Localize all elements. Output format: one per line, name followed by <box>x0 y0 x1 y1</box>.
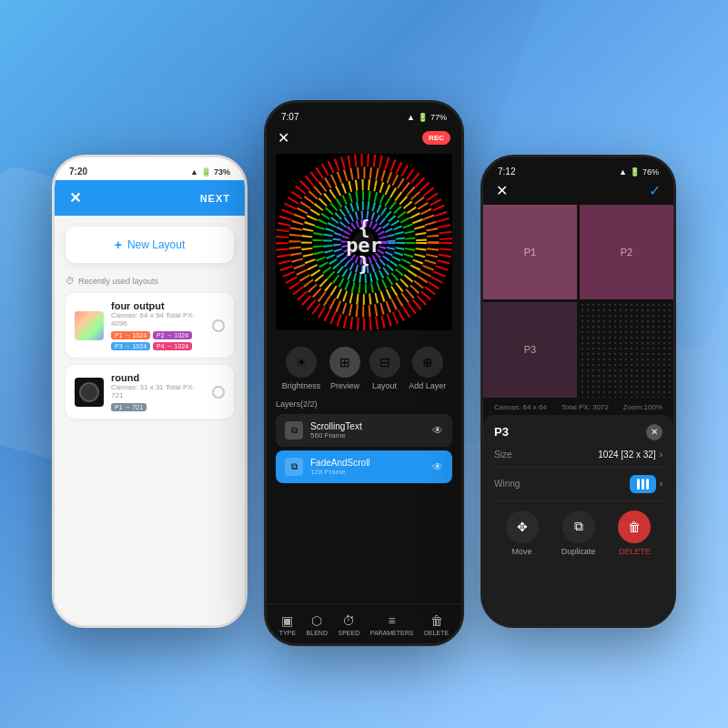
parameters-icon: ≡ <box>389 613 396 628</box>
layout-meta-round: Canvas: 31 x 31 Total PX: 721 <box>111 383 205 399</box>
tag-p1-round: P1 → 721 <box>111 403 147 411</box>
size-chevron-icon: › <box>660 450 662 460</box>
duplicate-icon: ⧉ <box>562 511 595 543</box>
tag-p4: P4 → 1024 <box>153 342 192 350</box>
tab-type[interactable]: ▣ TYPE <box>279 613 296 636</box>
phone-3-screen: 7:12 ▲ 🔋 76% ✕ ✓ P1 P2 <box>483 157 673 625</box>
phone-1-screen: 7:20 ▲ 🔋 73% ✕ NEXT + New Layout <box>55 157 245 625</box>
layout-item-four-output[interactable]: four output Canvas: 64 x 94 Total PX: 40… <box>66 293 234 358</box>
layer-name-2: FadeAndScroll <box>310 458 425 468</box>
wiring-label: Wiring <box>494 479 520 489</box>
layout-control[interactable]: ⊟ Layout <box>369 347 400 390</box>
led-canvas: { per } <box>276 154 452 330</box>
layout-radio-four[interactable] <box>212 319 225 332</box>
panel-p4[interactable] <box>580 302 673 397</box>
wiring-bar-1 <box>637 479 640 490</box>
tag-p2: P2 → 1024 <box>153 331 192 339</box>
size-value[interactable]: 1024 [32 x 32] › <box>598 450 662 460</box>
phone-1-status-icons: ▲ 🔋 73% <box>190 167 230 177</box>
move-action[interactable]: ✥ Move <box>506 511 539 556</box>
p3-actions: ✥ Move ⧉ Duplicate 🗑 DELETE <box>494 511 662 556</box>
brightness-label: Brightness <box>282 381 321 390</box>
delete-action[interactable]: 🗑 DELETE <box>618 511 651 556</box>
tab-blend[interactable]: ⬡ BLEND <box>307 613 328 636</box>
p3-wiring-row: Wiring › <box>494 475 662 501</box>
layers-title: Layers(2/2) <box>276 399 452 409</box>
add-layer-label: Add Layer <box>409 381 446 390</box>
delete-icon-3: 🗑 <box>618 511 651 543</box>
layer-info-2: FadeAndScroll 128 Frame <box>310 458 425 476</box>
p3-close-btn[interactable]: ✕ <box>646 424 662 440</box>
phone-1-next-btn[interactable]: NEXT <box>200 193 230 204</box>
phone-2-battery: 77% <box>430 113 447 122</box>
layer-sub-2: 128 Frame <box>310 468 425 476</box>
recently-used-label: ⏱ Recently used layouts <box>66 276 234 286</box>
phone-3: 7:12 ▲ 🔋 76% ✕ ✓ P1 P2 <box>480 155 676 628</box>
layout-radio-round[interactable] <box>212 386 225 399</box>
wiring-value[interactable]: › <box>630 475 662 493</box>
layers-section: Layers(2/2) ⧉ ScrollingText 560 Frame 👁 … <box>267 399 461 487</box>
panel-p1-label: P1 <box>524 247 536 258</box>
phone-3-topbar: ✕ ✓ <box>483 180 673 205</box>
phone-1-statusbar: 7:20 ▲ 🔋 73% <box>55 157 245 180</box>
brightness-control[interactable]: ☀ Brightness <box>282 347 321 390</box>
canvas-info-bar: Canvas: 64 x 64 Total PX: 3072 Zoom:100% <box>483 399 673 415</box>
layer-fade-scroll[interactable]: ⧉ FadeAndScroll 128 Frame 👁 <box>276 450 452 483</box>
phone-2: 7:07 ▲ 🔋 77% ✕ REC <box>264 100 464 646</box>
p3-header: P3 ✕ <box>494 424 662 440</box>
blend-label: BLEND <box>307 630 328 636</box>
layout-thumb-round <box>75 378 104 407</box>
layer-icon-2: ⧉ <box>285 458 303 476</box>
eye-icon-1[interactable]: 👁 <box>432 424 443 437</box>
layer-scrolling-text[interactable]: ⧉ ScrollingText 560 Frame 👁 <box>276 414 452 447</box>
preview-control[interactable]: ⊞ Preview <box>329 347 360 390</box>
phone-2-close-btn[interactable]: ✕ <box>278 129 289 147</box>
phone-1-close-btn[interactable]: ✕ <box>69 189 81 207</box>
battery-icon: 🔋 <box>201 167 211 177</box>
p3-size-row: Size 1024 [32 x 32] › <box>494 450 662 468</box>
canvas-info: Canvas: 64 x 64 <box>494 403 547 411</box>
p3-title: P3 <box>494 425 509 439</box>
layer-icon-1: ⧉ <box>285 421 303 440</box>
new-layout-label: New Layout <box>127 238 185 251</box>
new-layout-button[interactable]: + New Layout <box>66 227 234 263</box>
duplicate-action[interactable]: ⧉ Duplicate <box>561 511 596 556</box>
add-layer-control[interactable]: ⊕ Add Layer <box>409 347 446 390</box>
tab-speed[interactable]: ⏱ SPEED <box>338 613 359 636</box>
tag-p3: P3 → 1024 <box>111 342 150 350</box>
tab-delete[interactable]: 🗑 DELETE <box>424 613 449 636</box>
layout-icon: ⊟ <box>369 347 400 378</box>
phone-2-status-icons: ▲ 🔋 77% <box>407 113 447 122</box>
panel-grid: P1 P2 P3 <box>483 205 673 399</box>
svg-text:}: } <box>358 252 369 275</box>
wiring-icon <box>630 475 656 493</box>
add-layer-icon: ⊕ <box>412 347 443 378</box>
phone-1-body: + New Layout ⏱ Recently used layouts fou… <box>55 216 245 625</box>
move-label: Move <box>512 547 532 556</box>
phone-3-check-btn[interactable]: ✓ <box>649 182 661 199</box>
phone-2-bottombar: ▣ TYPE ⬡ BLEND ⏱ SPEED ≡ PARAMETERS 🗑 <box>267 603 461 643</box>
layer-name-1: ScrollingText <box>310 421 425 431</box>
layout-info-round: round Canvas: 31 x 31 Total PX: 721 P1 →… <box>111 372 205 411</box>
panel-p3[interactable]: P3 <box>483 302 577 397</box>
rec-badge[interactable]: REC <box>422 131 450 145</box>
total-px: Total PX: 3072 <box>561 403 609 411</box>
wiring-chevron-icon: › <box>660 479 662 489</box>
eye-icon-2[interactable]: 👁 <box>432 460 443 473</box>
plus-icon: + <box>115 238 122 252</box>
panel-p2[interactable]: P2 <box>580 205 673 299</box>
battery-icon-3: 🔋 <box>630 167 640 177</box>
delete-label: DELETE <box>619 547 651 556</box>
phone-3-status-icons: ▲ 🔋 76% <box>619 167 659 177</box>
phone-3-battery: 76% <box>642 167 659 177</box>
phone-3-close-btn[interactable]: ✕ <box>496 182 508 199</box>
wifi-icon-3: ▲ <box>619 167 627 177</box>
tab-parameters[interactable]: ≡ PARAMETERS <box>370 613 414 636</box>
phones-container: 7:20 ▲ 🔋 73% ✕ NEXT + New Layout <box>52 100 676 646</box>
layout-item-round[interactable]: round Canvas: 31 x 31 Total PX: 721 P1 →… <box>66 365 234 419</box>
tag-p1: P1 → 1024 <box>111 331 150 339</box>
layout-name-four: four output <box>111 300 205 311</box>
panel-p1[interactable]: P1 <box>483 205 577 299</box>
delete-label: DELETE <box>424 630 449 636</box>
phone-1-time: 7:20 <box>69 167 87 177</box>
